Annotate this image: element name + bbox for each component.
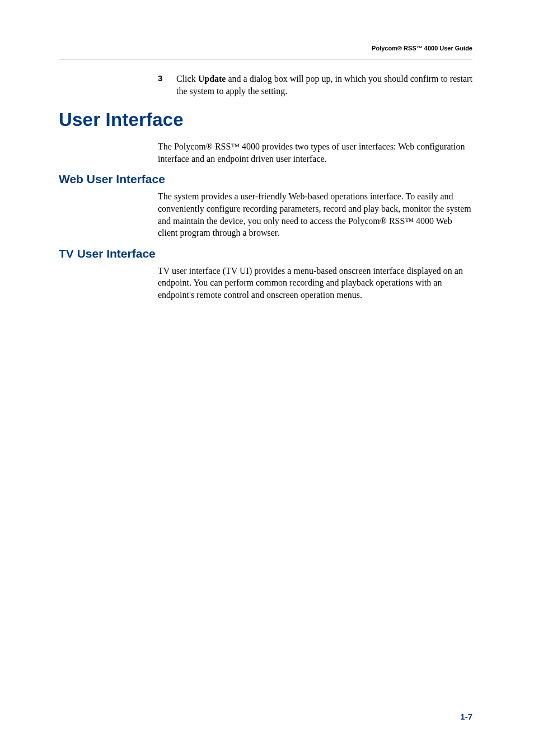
instruction-step: 3 Click Update and a dialog box will pop… — [158, 73, 472, 97]
intro-paragraph: The Polycom® RSS™ 4000 provides two type… — [158, 141, 472, 165]
tv-ui-paragraph: TV user interface (TV UI) provides a men… — [158, 265, 472, 301]
page-number: 1-7 — [460, 712, 472, 721]
step-number: 3 — [158, 73, 176, 97]
step-bold-word: Update — [198, 74, 226, 83]
running-header: Polycom® RSS™ 4000 User Guide — [372, 45, 472, 52]
header-rule — [59, 59, 472, 59]
step-text-before: Click — [176, 74, 198, 83]
step-text: Click Update and a dialog box will pop u… — [176, 73, 472, 97]
web-ui-paragraph: The system provides a user-friendly Web-… — [158, 190, 472, 239]
heading-user-interface: User Interface — [59, 109, 472, 130]
content-area: 3 Click Update and a dialog box will pop… — [59, 73, 472, 309]
heading-web-user-interface: Web User Interface — [59, 172, 472, 186]
page: Polycom® RSS™ 4000 User Guide 3 Click Up… — [0, 0, 534, 756]
heading-tv-user-interface: TV User Interface — [59, 247, 472, 260]
